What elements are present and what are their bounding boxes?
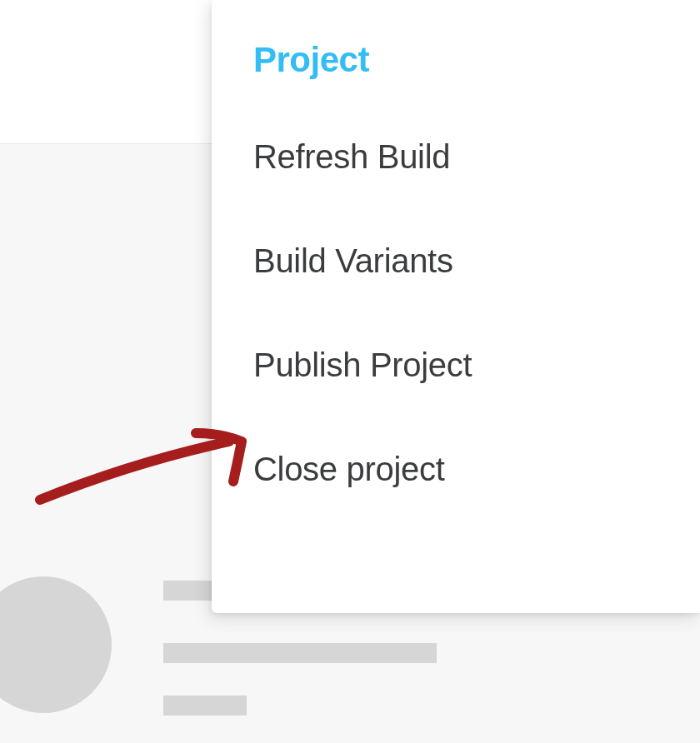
placeholder-line <box>163 581 213 601</box>
menu-header: Project <box>212 0 700 105</box>
menu-item-label: Publish Project <box>253 347 472 383</box>
menu-item-publish-project[interactable]: Publish Project <box>212 313 700 417</box>
placeholder-line <box>163 643 437 663</box>
menu-item-label: Build Variants <box>253 242 453 279</box>
menu-item-close-project[interactable]: Close project <box>212 417 700 521</box>
menu-item-build-variants[interactable]: Build Variants <box>212 209 700 313</box>
placeholder-line <box>163 696 247 716</box>
menu-item-label: Close project <box>253 451 445 487</box>
project-menu: Project Refresh Build Build Variants Pub… <box>212 0 700 613</box>
menu-item-refresh-build[interactable]: Refresh Build <box>212 105 700 209</box>
menu-item-label: Refresh Build <box>253 138 450 175</box>
menu-title: Project <box>253 40 369 79</box>
